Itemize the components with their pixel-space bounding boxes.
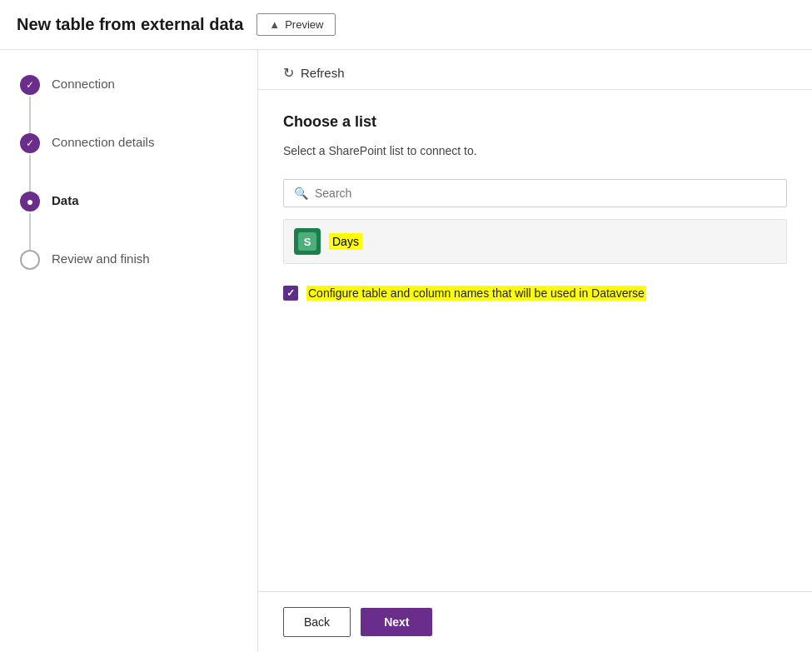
list-item[interactable]: S Days xyxy=(284,220,786,263)
back-button[interactable]: Back xyxy=(283,607,351,637)
checkbox-label-text: Configure table and column names that wi… xyxy=(306,286,646,301)
step-circle-connection-details: ✓ xyxy=(20,133,40,153)
main-layout: ✓ Connection ✓ Connection details ● Data xyxy=(0,50,812,652)
step-label-review: Review and finish xyxy=(52,250,150,266)
preview-button[interactable]: ▲ Preview xyxy=(257,13,336,36)
preview-label: Preview xyxy=(285,18,323,31)
list-item-name: Days xyxy=(329,233,362,250)
step-label-connection-details: Connection details xyxy=(52,133,154,149)
content-area: Choose a list Select a SharePoint list t… xyxy=(258,90,812,591)
main-panel: ↻ Refresh Choose a list Select a SharePo… xyxy=(258,50,812,652)
step-circle-connection: ✓ xyxy=(20,75,40,95)
step-line-1 xyxy=(29,97,31,133)
toolbar: ↻ Refresh xyxy=(258,50,812,90)
refresh-icon: ↻ xyxy=(283,65,294,81)
search-input[interactable] xyxy=(315,187,776,200)
header: New table from external data ▲ Preview xyxy=(0,0,812,50)
step-data: ● Data xyxy=(20,192,237,250)
step-label-connection: Connection xyxy=(52,75,115,91)
search-box[interactable]: 🔍 xyxy=(283,179,787,207)
section-title: Choose a list xyxy=(283,113,787,131)
step-connection-details: ✓ Connection details xyxy=(20,133,237,192)
preview-icon: ▲ xyxy=(269,18,280,31)
section-subtitle: Select a SharePoint list to connect to. xyxy=(283,144,787,157)
step-label-data: Data xyxy=(52,192,79,207)
refresh-button[interactable]: Refresh xyxy=(301,66,345,80)
step-line-3 xyxy=(29,213,31,250)
configure-names-checkbox[interactable] xyxy=(283,286,298,301)
step-line-2 xyxy=(29,155,31,192)
sidebar: ✓ Connection ✓ Connection details ● Data xyxy=(0,50,258,652)
step-circle-data: ● xyxy=(20,192,40,212)
checkbox-label: Configure table and column names that wi… xyxy=(306,286,646,300)
footer: Back Next xyxy=(258,591,812,652)
next-button[interactable]: Next xyxy=(361,608,432,636)
step-circle-review xyxy=(20,250,40,270)
checkbox-row: Configure table and column names that wi… xyxy=(283,286,787,301)
sharepoint-icon: S xyxy=(294,228,321,255)
page-title: New table from external data xyxy=(17,15,243,34)
step-connection: ✓ Connection xyxy=(20,75,237,133)
search-icon: 🔍 xyxy=(294,187,308,200)
step-review: Review and finish xyxy=(20,250,237,270)
list-area: S Days xyxy=(283,219,787,264)
